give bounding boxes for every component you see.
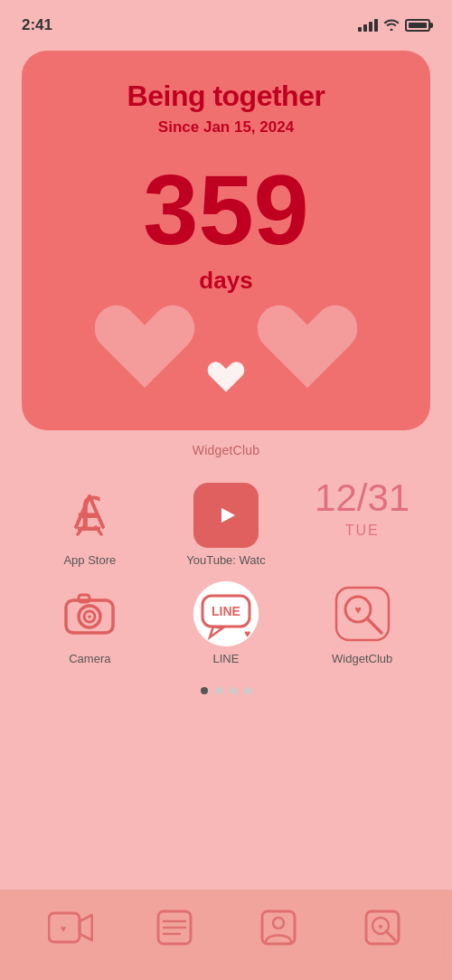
svg-text:♥: ♥ [88, 613, 92, 621]
svg-line-33 [386, 931, 395, 940]
svg-text:LINE: LINE [212, 604, 240, 618]
page-dots [0, 687, 452, 694]
wifi-icon [383, 18, 400, 33]
status-time: 2:41 [22, 16, 52, 34]
camera-icon: ♥ [57, 581, 122, 646]
svg-text:♥: ♥ [354, 603, 362, 617]
signal-bars-icon [358, 19, 378, 32]
dock-contacts-icon[interactable] [253, 902, 304, 953]
camera-label: Camera [69, 652, 110, 665]
svg-text:♥: ♥ [378, 922, 382, 931]
widgetclub-app-label: WidgetClub [332, 652, 392, 665]
date-day: TUE [345, 523, 380, 539]
line-icon: LINE ♥ [193, 581, 259, 646]
youtube-icon [193, 483, 259, 548]
dot-2 [215, 687, 222, 694]
center-heart-icon [206, 358, 246, 394]
widget-title: Being together [127, 80, 325, 113]
app-grid: £ App Store YouTube: Wat [22, 476, 430, 673]
widget-subtitle: Since Jan 15, 2024 [158, 118, 294, 137]
dot-3 [230, 687, 237, 694]
dot-4 [244, 687, 251, 694]
appstore-label: App Store [63, 553, 116, 567]
left-heart-icon [90, 295, 199, 394]
dock-list-icon[interactable] [149, 902, 200, 953]
app-item-camera[interactable]: ♥ Camera [22, 574, 158, 673]
app-item-appstore[interactable]: £ App Store [22, 476, 158, 574]
date-number: 12/31 [315, 479, 410, 517]
svg-text:♥: ♥ [244, 627, 250, 640]
svg-marker-23 [80, 915, 92, 940]
battery-icon [405, 19, 430, 32]
svg-point-30 [273, 918, 284, 928]
app-item-line[interactable]: LINE ♥ LINE [158, 574, 295, 673]
dock-heart-search-icon[interactable]: ♥ [357, 902, 408, 953]
dock: ♥ ♥ [0, 890, 452, 980]
being-together-widget: Being together Since Jan 15, 2024 359 da… [22, 51, 430, 430]
dot-1 [201, 687, 208, 694]
app-item-youtube[interactable]: YouTube: Watc [158, 476, 295, 574]
app-item-widgetclub[interactable]: ♥ WidgetClub [294, 574, 430, 673]
widgetclub-icon: ♥ [330, 581, 395, 646]
youtube-label: YouTube: Watc [186, 553, 265, 567]
line-label: LINE [213, 652, 240, 665]
date-widget: 12/31 TUE [294, 476, 430, 546]
right-heart-icon [253, 295, 362, 394]
dock-video-icon[interactable]: ♥ [45, 902, 96, 953]
widgetclub-brand-label: WidgetClub [0, 443, 452, 457]
days-count: 359 [143, 160, 309, 259]
status-bar: 2:41 [0, 0, 452, 40]
svg-line-20 [367, 618, 381, 633]
days-label: days [199, 267, 252, 295]
svg-text:♥: ♥ [60, 923, 66, 934]
status-icons [358, 18, 430, 33]
appstore-icon: £ [57, 483, 122, 548]
svg-rect-11 [79, 595, 89, 602]
